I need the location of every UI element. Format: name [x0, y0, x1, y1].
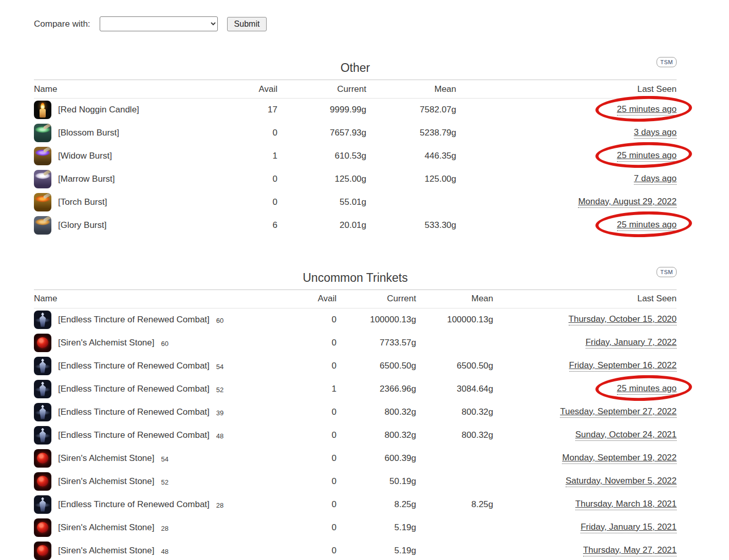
page: Compare with: Submit Other TSM Name Avai…: [34, 16, 677, 560]
mean-price-cell: 6500.50g: [416, 354, 493, 377]
name-cell: [Endless Tincture of Renewed Combat] 28: [34, 493, 277, 516]
name-cell: [Endless Tincture of Renewed Combat] 52: [34, 377, 277, 400]
mean-price-cell: [416, 516, 493, 539]
last-seen-cell: Thursday, October 15, 2020: [493, 308, 677, 331]
item-level-label: 48: [216, 432, 223, 440]
last-seen-text: Friday, January 15, 2021: [581, 522, 677, 532]
avail-cell: 0: [277, 470, 337, 493]
stone-icon: [34, 542, 51, 560]
tincture-icon: [34, 357, 51, 375]
item-link[interactable]: [Marrow Burst]: [58, 174, 115, 184]
mean-price-cell: 7582.07g: [366, 99, 456, 122]
last-seen-link[interactable]: 3 days ago: [634, 127, 677, 139]
column-header-avail: Avail: [247, 80, 277, 99]
item-level-label: 60: [216, 317, 223, 324]
last-seen-link[interactable]: 25 minutes ago: [617, 220, 677, 231]
marrow-icon: [34, 170, 51, 188]
tsm-button[interactable]: TSM: [657, 267, 677, 277]
section-title-uncommon-trinkets: Uncommon Trinkets: [34, 269, 677, 286]
item-link[interactable]: [Siren's Alchemist Stone]: [58, 453, 155, 464]
avail-cell: 0: [277, 331, 337, 354]
avail-cell: 0: [277, 308, 337, 331]
item-level-label: 28: [161, 525, 169, 532]
last-seen-link[interactable]: Monday, September 19, 2022: [562, 453, 677, 464]
item-link[interactable]: [Blossom Burst]: [58, 128, 119, 138]
submit-button[interactable]: Submit: [227, 17, 267, 31]
last-seen-link[interactable]: Saturday, November 5, 2022: [566, 476, 677, 487]
uncommon-trinkets-table: Name Avail Current Mean Last Seen [Endle…: [34, 289, 677, 560]
last-seen-cell: Monday, September 19, 2022: [493, 447, 677, 470]
column-header-last-seen: Last Seen: [493, 289, 677, 308]
stone-icon: [34, 472, 51, 491]
item-link[interactable]: [Siren's Alchemist Stone]: [58, 546, 155, 556]
table-section-other: Other TSM Name Avail Current Mean Last S…: [34, 59, 677, 237]
name-cell: [Siren's Alchemist Stone] 60: [34, 331, 277, 354]
item-link[interactable]: [Endless Tincture of Renewed Combat]: [58, 499, 210, 510]
mean-price-cell: 446.35g: [366, 145, 456, 168]
current-price-cell: 50.19g: [337, 470, 416, 493]
last-seen-cell: Thursday, May 27, 2021: [493, 539, 677, 560]
current-price-cell: 610.53g: [277, 145, 366, 168]
section-head: Other TSM: [34, 59, 677, 76]
item-link[interactable]: [Siren's Alchemist Stone]: [58, 523, 155, 533]
last-seen-cell: 25 minutes ago: [493, 377, 677, 400]
item-link[interactable]: [Endless Tincture of Renewed Combat]: [58, 430, 210, 440]
table-row: [Endless Tincture of Renewed Combat] 39 …: [34, 400, 677, 423]
last-seen-link[interactable]: Thursday, October 15, 2020: [569, 314, 677, 325]
name-cell: [Siren's Alchemist Stone] 52: [34, 470, 277, 493]
compare-bar: Compare with: Submit: [34, 16, 677, 31]
candle-icon: [34, 101, 51, 119]
last-seen-text: Monday, August 29, 2022: [578, 197, 677, 206]
last-seen-link[interactable]: 25 minutes ago: [617, 150, 677, 162]
item-link[interactable]: [Endless Tincture of Renewed Combat]: [58, 407, 210, 417]
column-header-current: Current: [277, 80, 366, 99]
avail-cell: 0: [277, 493, 337, 516]
item-level-label: 39: [216, 409, 223, 417]
item-link[interactable]: [Endless Tincture of Renewed Combat]: [58, 384, 210, 394]
item-link[interactable]: [Endless Tincture of Renewed Combat]: [58, 315, 210, 325]
last-seen-link[interactable]: 25 minutes ago: [617, 383, 677, 395]
item-link[interactable]: [Glory Burst]: [58, 220, 106, 230]
avail-cell: 0: [247, 122, 277, 145]
table-row: [Siren's Alchemist Stone] 52 0 50.19g Sa…: [34, 470, 677, 493]
last-seen-link[interactable]: 25 minutes ago: [617, 104, 677, 115]
last-seen-link[interactable]: Friday, January 7, 2022: [586, 337, 677, 349]
last-seen-cell: 25 minutes ago: [456, 214, 677, 237]
last-seen-text: Tuesday, September 27, 2022: [560, 407, 677, 416]
last-seen-link[interactable]: Monday, August 29, 2022: [578, 197, 677, 208]
tincture-icon: [34, 380, 51, 398]
item-link[interactable]: [Siren's Alchemist Stone]: [58, 338, 155, 348]
last-seen-text: 25 minutes ago: [617, 383, 677, 393]
compare-select[interactable]: [100, 16, 218, 31]
last-seen-text: Thursday, October 15, 2020: [569, 314, 677, 324]
tsm-button[interactable]: TSM: [657, 57, 677, 67]
mean-price-cell: 8.25g: [416, 493, 493, 516]
current-price-cell: 100000.13g: [337, 308, 416, 331]
item-link[interactable]: [Widow Burst]: [58, 151, 112, 161]
last-seen-link[interactable]: Tuesday, September 27, 2022: [560, 407, 677, 418]
last-seen-cell: 7 days ago: [456, 168, 677, 191]
name-cell: [Glory Burst]: [34, 214, 247, 237]
item-link[interactable]: [Red Noggin Candle]: [58, 105, 139, 115]
section-head: Uncommon Trinkets TSM: [34, 269, 677, 286]
item-link[interactable]: [Endless Tincture of Renewed Combat]: [58, 361, 210, 371]
last-seen-link[interactable]: Sunday, October 24, 2021: [575, 430, 677, 441]
item-level-label: 54: [216, 363, 223, 371]
avail-cell: 0: [277, 423, 337, 447]
last-seen-link[interactable]: 7 days ago: [634, 173, 677, 185]
last-seen-link[interactable]: Friday, September 16, 2022: [569, 360, 677, 372]
last-seen-link[interactable]: Thursday, March 18, 2021: [575, 499, 677, 510]
table-row: [Endless Tincture of Renewed Combat] 52 …: [34, 377, 677, 400]
header-row: Name Avail Current Mean Last Seen: [34, 80, 677, 99]
item-link[interactable]: [Siren's Alchemist Stone]: [58, 476, 155, 487]
item-link[interactable]: [Torch Burst]: [58, 197, 107, 207]
current-price-cell: 7733.57g: [337, 331, 416, 354]
column-header-last-seen: Last Seen: [456, 80, 677, 99]
table-row: [Blossom Burst] 0 7657.93g 5238.79g 3 da…: [34, 122, 677, 145]
mean-price-cell: 3084.64g: [416, 377, 493, 400]
item-level-label: 52: [161, 478, 169, 486]
current-price-cell: 8.25g: [337, 493, 416, 516]
last-seen-link[interactable]: Friday, January 15, 2021: [581, 522, 677, 533]
last-seen-link[interactable]: Thursday, May 27, 2021: [583, 545, 677, 556]
last-seen-text: Thursday, May 27, 2021: [583, 545, 677, 555]
